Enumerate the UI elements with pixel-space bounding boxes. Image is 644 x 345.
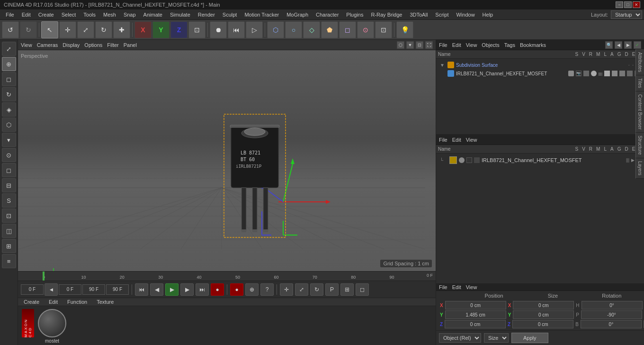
rot-h-input[interactable] <box>581 301 643 309</box>
vp-ctrl-fullscreen[interactable]: ⛶ <box>425 41 433 49</box>
vtab-layers[interactable]: Layers <box>635 158 644 179</box>
menu-render[interactable]: Render <box>194 11 219 18</box>
left-icon-grid[interactable]: ⊞ <box>2 239 16 253</box>
mat-menu-create[interactable]: Create <box>21 298 42 306</box>
axis-y-button[interactable]: Y <box>152 21 170 38</box>
current-frame-input[interactable] <box>21 284 44 295</box>
vtab-structure[interactable]: Structure <box>635 133 644 158</box>
size-mode-dropdown[interactable]: Size <box>484 333 509 343</box>
obj-nav-forward[interactable]: ▶ <box>624 41 632 49</box>
vp-menu-panel[interactable]: Panel <box>124 42 137 48</box>
rot-b-input[interactable] <box>581 320 642 328</box>
menu-select[interactable]: Select <box>58 11 80 18</box>
left-icon-11[interactable]: S <box>2 193 16 208</box>
move-keyframe[interactable]: ✛ <box>280 283 293 296</box>
obj-menu-file[interactable]: File <box>439 42 447 48</box>
material-item[interactable]: mostet <box>38 309 66 344</box>
cube-primitive[interactable]: ⬡ <box>267 21 284 38</box>
help-button[interactable]: ? <box>260 283 274 296</box>
vtab-tiles[interactable]: Tiles <box>635 75 644 91</box>
layout-select[interactable]: Startup <box>611 10 642 19</box>
vp-ctrl-1[interactable]: ⬡ <box>397 41 404 49</box>
sphere-primitive[interactable]: ○ <box>285 21 302 38</box>
menu-simulate[interactable]: Simulate <box>166 11 194 18</box>
mosfet-object[interactable]: LB 8721 BT 60 iIRLB8721P <box>222 112 288 241</box>
vp-menu-options[interactable]: Options <box>84 42 102 48</box>
menu-motion-tracker[interactable]: Motion Tracker <box>241 11 283 18</box>
vp-menu-filter[interactable]: Filter <box>107 42 118 48</box>
obj-menu-tags[interactable]: Tags <box>504 42 515 48</box>
menu-mesh[interactable]: Mesh <box>99 11 120 18</box>
onion-skin[interactable]: ◻ <box>356 283 369 296</box>
material-ball[interactable] <box>38 309 66 337</box>
object-rel-dropdown[interactable]: Object (Rel) <box>439 333 481 343</box>
record-button[interactable]: ● <box>211 283 224 296</box>
obj-menu-objects[interactable]: Objects <box>482 42 499 48</box>
timeline-ruler[interactable]: 0 10 20 30 40 50 60 70 80 90 0 F <box>18 271 436 281</box>
goto-end-button[interactable]: ⏭ <box>196 283 209 296</box>
axis-z-button[interactable]: Z <box>170 21 188 38</box>
scale-tool[interactable]: ⤢ <box>77 21 94 38</box>
step-forward-button[interactable]: ▶ <box>180 283 194 296</box>
axis-x-button[interactable]: X <box>134 21 152 38</box>
timeline-prev[interactable]: ⏮ <box>228 21 245 38</box>
plane-primitive[interactable]: ◻ <box>339 21 356 38</box>
obj-menu-view[interactable]: View <box>466 42 477 48</box>
menu-mograph[interactable]: MoGraph <box>283 11 312 18</box>
minimize-button[interactable]: − <box>616 1 623 8</box>
vtab-content-browser[interactable]: Content Browser <box>635 91 644 133</box>
min-frame-input[interactable] <box>106 284 129 295</box>
obj-item-mosfet[interactable]: IRLB8721_N_Channel_HEXFET_MOSFET 📷 |||| <box>446 69 642 78</box>
obj-item-subdivision[interactable]: ▼ Subdivision Surface · · ✓ <box>438 61 642 69</box>
record-active-button[interactable]: ● <box>230 283 243 296</box>
frame-prev-button[interactable]: ◀ <box>45 283 58 296</box>
menu-help[interactable]: Help <box>479 11 497 18</box>
left-icon-4[interactable]: ↻ <box>2 87 16 101</box>
start-frame-input[interactable] <box>59 284 81 295</box>
mat-menu-texture[interactable]: Texture <box>94 298 116 306</box>
left-icon-9[interactable]: ◻ <box>2 163 16 177</box>
menu-script[interactable]: Script <box>431 11 452 18</box>
spline-primitive[interactable]: ⊡ <box>375 21 392 38</box>
mat-menu-function[interactable]: Function <box>64 298 90 306</box>
vp-ctrl-3[interactable]: ⊡ <box>416 41 423 49</box>
close-button[interactable]: ✕ <box>633 1 640 8</box>
size-y-input[interactable] <box>513 310 574 319</box>
vp-menu-cameras[interactable]: Cameras <box>37 42 58 48</box>
obj-menu-edit[interactable]: Edit <box>452 42 461 48</box>
menu-sculpt[interactable]: Sculpt <box>219 11 241 18</box>
select-tool[interactable]: ↖ <box>41 21 58 38</box>
left-icon-12[interactable]: ⊡ <box>2 209 16 223</box>
vtab-attributes[interactable]: Attributes <box>635 49 644 75</box>
menu-plugins[interactable]: Plugins <box>342 11 367 18</box>
left-icon-6[interactable]: ⬡ <box>2 118 16 132</box>
menu-animate[interactable]: Animate <box>140 11 166 18</box>
vp-menu-view[interactable]: View <box>21 42 32 48</box>
attr-menu-view[interactable]: View <box>466 284 477 290</box>
menu-rray[interactable]: R-Ray Bridge <box>367 11 406 18</box>
menu-character[interactable]: Character <box>312 11 342 18</box>
menu-edit[interactable]: Edit <box>18 11 35 18</box>
step-back-button[interactable]: ◀ <box>150 283 163 296</box>
pos-y-input[interactable] <box>445 310 506 319</box>
torus-primitive[interactable]: ⊙ <box>357 21 374 38</box>
viewport-3d[interactable]: LB 8721 BT 60 iIRLB8721P Perspective Gri <box>18 50 436 271</box>
attr-menu-file[interactable]: File <box>439 284 447 290</box>
menu-3dtoall[interactable]: 3DToAll <box>406 11 431 18</box>
mat-menu-edit[interactable]: Edit <box>46 298 61 306</box>
obj-checkmark[interactable]: ✓ <box>634 41 641 49</box>
menu-file[interactable]: File <box>2 11 18 18</box>
vp-ctrl-2[interactable]: ▼ <box>406 41 414 49</box>
autokey-button[interactable]: ⊕ <box>245 283 259 296</box>
left-icon-7[interactable]: ▾ <box>2 133 16 147</box>
scale-keyframe[interactable]: ⤢ <box>295 283 308 296</box>
light-tool[interactable]: 💡 <box>396 21 413 38</box>
move-tool[interactable]: ✛ <box>59 21 76 38</box>
play-button[interactable]: ▶ <box>165 283 179 296</box>
left-icon-5[interactable]: ◈ <box>2 102 16 117</box>
mat-right-menu-edit[interactable]: Edit <box>452 137 461 143</box>
rot-p-input[interactable] <box>581 310 642 319</box>
timeline-record[interactable]: ⏺ <box>210 21 227 38</box>
maximize-button[interactable]: □ <box>624 1 632 8</box>
end-frame-input[interactable] <box>82 284 105 295</box>
